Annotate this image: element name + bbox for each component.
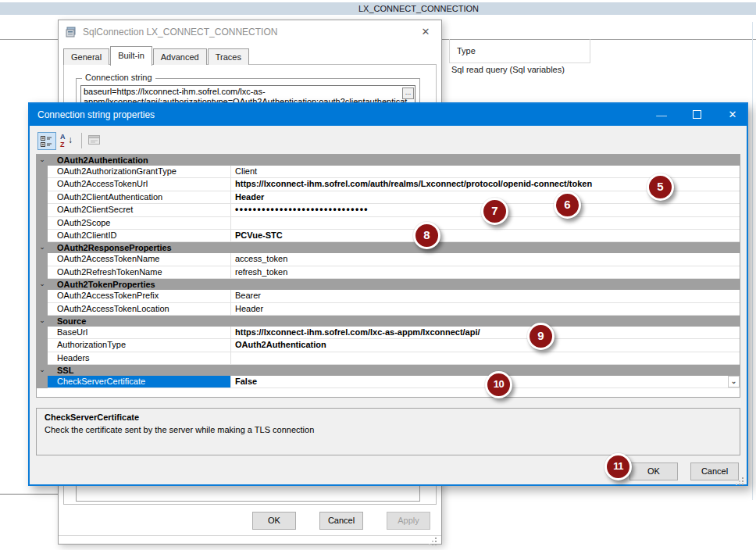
property-row[interactable]: OAuth2ClientSecret••••••••••••••••••••••… [37, 204, 740, 216]
property-name[interactable]: OAuth2AuthorizationGrantType [48, 166, 231, 178]
property-row[interactable]: OAuth2AccessTokenPrefixBearer [37, 290, 740, 302]
property-name[interactable]: OAuth2ClientSecret [48, 204, 231, 216]
property-row[interactable]: OAuth2RefreshTokenNamerefresh_token [37, 266, 740, 279]
property-value[interactable]: Bearer [231, 290, 740, 302]
callout-9: 9 [527, 323, 555, 350]
property-name[interactable]: OAuth2AccessTokenLocation [48, 303, 231, 316]
property-value[interactable] [231, 352, 740, 365]
props-dialog-title: Connection string properties [37, 104, 155, 126]
row-indent [37, 327, 48, 339]
property-row[interactable]: BaseUrlhttps://lxconnect-ihm.sofrel.com/… [37, 327, 740, 339]
property-value[interactable]: PCVue-STC [231, 230, 740, 242]
property-name[interactable]: OAuth2ClientAuthentication [48, 191, 231, 204]
property-name[interactable]: AuthorizationType [48, 339, 231, 352]
app-titlebar: LX_CONNECT_CONNECTION [0, 2, 756, 15]
property-value[interactable]: OAuth2Authentication [231, 339, 740, 352]
category-label: OAuth2Authentication [57, 155, 148, 166]
property-row[interactable]: OAuth2AuthorizationGrantTypeClient [37, 166, 740, 178]
description-panel: CheckServerCertificate Check the certifi… [36, 408, 740, 455]
property-name[interactable]: Headers [48, 352, 231, 365]
collapse-icon[interactable]: ⌄ [37, 242, 48, 253]
row-indent [37, 303, 48, 316]
row-indent [37, 290, 48, 302]
collapse-icon[interactable]: ⌄ [37, 316, 48, 327]
callout-number: 6 [556, 194, 579, 216]
callout-number: 11 [607, 455, 629, 478]
property-category-row[interactable]: ⌄SSL [37, 365, 740, 376]
type-row-value[interactable]: Sql read query (Sql variables) [451, 65, 565, 74]
property-name[interactable]: OAuth2AccessTokenName [48, 253, 231, 266]
collapse-icon[interactable]: ⌄ [37, 279, 48, 290]
cancel-button[interactable]: Cancel [690, 462, 739, 480]
property-row[interactable]: AuthorizationTypeOAuth2Authentication [37, 339, 740, 352]
row-indent [37, 253, 48, 266]
sql-resize-grip[interactable] [429, 538, 437, 545]
property-category-row[interactable]: ⌄OAuth2TokenProperties [37, 279, 740, 290]
callout-8: 8 [413, 222, 440, 249]
type-column-left-border [449, 39, 450, 62]
property-row[interactable]: CheckServerCertificateFalse⌄ [37, 376, 740, 388]
categorized-view-button[interactable] [37, 132, 56, 150]
property-name[interactable]: OAuth2Scope [48, 217, 231, 230]
property-row[interactable]: OAuth2AccessTokenLocationHeader [37, 303, 740, 316]
property-name[interactable]: CheckServerCertificate [48, 376, 231, 388]
property-name[interactable]: OAuth2RefreshTokenName [48, 266, 231, 279]
ok-button[interactable]: OK [629, 462, 678, 480]
sql-cancel-button[interactable]: Cancel [319, 512, 363, 530]
sql-ok-button[interactable]: OK [252, 512, 296, 530]
category-label: OAuth2TokenProperties [57, 279, 155, 290]
type-column-header[interactable]: Type [457, 39, 476, 62]
property-value-text: https://lxconnect-ihm.sofrel.com/auth/re… [235, 179, 592, 188]
property-row[interactable]: OAuth2AccessTokenUrlhttps://lxconnect-ih… [37, 178, 740, 191]
property-value[interactable]: access_token [231, 253, 740, 266]
props-resize-grip[interactable] [736, 477, 744, 485]
tab-general[interactable]: General [63, 48, 109, 65]
tab-advanced[interactable]: Advanced [153, 48, 207, 65]
alphabetical-sort-button[interactable]: A Z ↓ [59, 132, 77, 150]
description-title: CheckServerCertificate [45, 412, 139, 422]
property-value[interactable]: Header [231, 303, 740, 316]
property-row[interactable]: OAuth2ClientIDPCVue-STC [37, 230, 740, 242]
property-row[interactable]: Headers [37, 352, 740, 365]
sql-status-separator [59, 535, 441, 536]
category-label: SSL [57, 365, 73, 376]
tab-built-in[interactable]: Built-in [110, 46, 152, 66]
callout-number: 5 [649, 176, 672, 198]
property-category-row[interactable]: ⌄OAuth2Authentication [37, 155, 740, 166]
property-name[interactable]: OAuth2AccessTokenUrl [48, 178, 231, 191]
property-value-text: refresh_token [235, 267, 287, 277]
property-category-row[interactable]: ⌄OAuth2ResponseProperties [37, 242, 740, 253]
collapse-icon[interactable]: ⌄ [37, 365, 48, 376]
screen: LX_CONNECT_CONNECTION Type Sql read quer… [0, 0, 756, 550]
property-category-row[interactable]: ⌄Source [37, 316, 740, 327]
property-value-text: https://lxconnect-ihm.sofrel.com/lxc-as-… [235, 327, 480, 337]
property-row[interactable]: OAuth2AccessTokenNameaccess_token [37, 253, 740, 266]
callout-number: 9 [530, 325, 552, 348]
close-icon[interactable]: ✕ [721, 104, 744, 126]
property-value[interactable]: https://lxconnect-ihm.sofrel.com/lxc-as-… [231, 327, 740, 339]
connection-string-group-label: Connection string [82, 73, 155, 82]
sqlconnection-title: SqlConnection LX_CONNECT_CONNECTION [83, 20, 277, 44]
property-name[interactable]: OAuth2AccessTokenPrefix [48, 290, 231, 302]
connection-string-line1: baseurl=https://lxconnect-ihm.sofrel.com… [84, 87, 412, 97]
collapse-icon[interactable]: ⌄ [37, 155, 48, 166]
props-titlebar[interactable]: Connection string properties — ✕ [30, 104, 747, 126]
dropdown-button[interactable]: ⌄ [728, 376, 740, 388]
sqlconnection-close-icon[interactable]: ✕ [418, 24, 433, 40]
maximize-icon[interactable] [685, 104, 708, 126]
property-row[interactable]: OAuth2Scope [37, 217, 740, 230]
property-name[interactable]: BaseUrl [48, 327, 231, 339]
property-row[interactable]: OAuth2ClientAuthenticationHeader [37, 191, 740, 204]
browse-button[interactable]: ... [402, 88, 414, 99]
property-value-text: Bearer [235, 291, 261, 300]
callout-10: 10 [485, 371, 512, 398]
tab-traces[interactable]: Traces [208, 48, 249, 65]
property-value[interactable]: refresh_token [231, 266, 740, 279]
callout-6: 6 [554, 191, 581, 219]
row-indent [37, 166, 48, 178]
description-text: Check the certificate sent by the server… [45, 425, 314, 434]
categorized-icon [41, 135, 53, 148]
minimize-icon[interactable]: — [650, 104, 673, 126]
property-name[interactable]: OAuth2ClientID [48, 230, 231, 242]
sqlconnection-titlebar[interactable]: SqlConnection LX_CONNECT_CONNECTION ✕ [59, 20, 441, 44]
